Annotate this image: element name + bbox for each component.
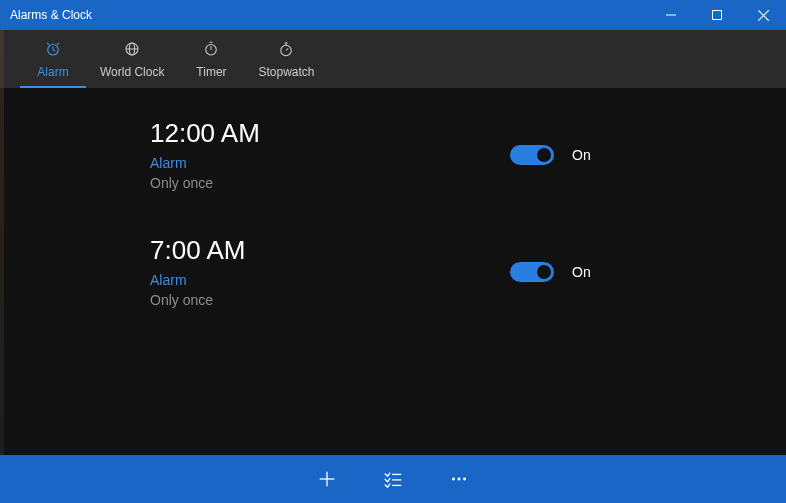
window-title: Alarms & Clock xyxy=(10,8,648,22)
command-bar xyxy=(0,455,786,503)
alarm-repeat: Only once xyxy=(150,292,510,308)
alarm-item[interactable]: 7:00 AM Alarm Only once On xyxy=(150,235,786,308)
alarm-time: 7:00 AM xyxy=(150,235,510,266)
tab-bar: Alarm World Clock Timer Stopwatch xyxy=(0,30,786,88)
svg-rect-1 xyxy=(713,11,722,20)
alarm-info: 7:00 AM Alarm Only once xyxy=(150,235,510,308)
timer-icon xyxy=(202,40,220,61)
window-left-edge xyxy=(0,30,4,455)
alarm-repeat: Only once xyxy=(150,175,510,191)
alarm-toggle-group: On xyxy=(510,145,591,165)
tab-alarm[interactable]: Alarm xyxy=(20,30,86,88)
alarm-toggle-label: On xyxy=(572,147,591,163)
toggle-knob xyxy=(537,265,551,279)
tab-label: Timer xyxy=(196,65,226,79)
window-controls xyxy=(648,0,786,30)
alarm-info: 12:00 AM Alarm Only once xyxy=(150,118,510,191)
svg-line-16 xyxy=(286,48,288,50)
minimize-button[interactable] xyxy=(648,0,694,30)
tab-label: Alarm xyxy=(37,65,68,79)
alarm-icon xyxy=(44,40,62,61)
alarm-name: Alarm xyxy=(150,155,510,171)
close-button[interactable] xyxy=(740,0,786,30)
tab-stopwatch[interactable]: Stopwatch xyxy=(244,30,328,88)
svg-line-7 xyxy=(47,43,49,45)
alarm-list: 12:00 AM Alarm Only once On 7:00 AM Alar… xyxy=(0,88,786,455)
tab-world-clock[interactable]: World Clock xyxy=(86,30,178,88)
svg-point-25 xyxy=(458,478,461,481)
svg-point-24 xyxy=(452,478,455,481)
globe-icon xyxy=(123,40,141,61)
add-alarm-button[interactable] xyxy=(311,463,343,495)
alarm-toggle[interactable] xyxy=(510,262,554,282)
svg-line-6 xyxy=(53,49,55,51)
svg-line-8 xyxy=(57,43,59,45)
alarm-time: 12:00 AM xyxy=(150,118,510,149)
select-alarms-button[interactable] xyxy=(377,463,409,495)
stopwatch-icon xyxy=(277,40,295,61)
alarm-item[interactable]: 12:00 AM Alarm Only once On xyxy=(150,118,786,191)
tab-label: Stopwatch xyxy=(258,65,314,79)
more-button[interactable] xyxy=(443,463,475,495)
alarm-name: Alarm xyxy=(150,272,510,288)
maximize-button[interactable] xyxy=(694,0,740,30)
tab-label: World Clock xyxy=(100,65,164,79)
toggle-knob xyxy=(537,148,551,162)
alarm-toggle-label: On xyxy=(572,264,591,280)
svg-point-26 xyxy=(463,478,466,481)
alarm-toggle[interactable] xyxy=(510,145,554,165)
alarm-toggle-group: On xyxy=(510,262,591,282)
tab-timer[interactable]: Timer xyxy=(178,30,244,88)
titlebar: Alarms & Clock xyxy=(0,0,786,30)
